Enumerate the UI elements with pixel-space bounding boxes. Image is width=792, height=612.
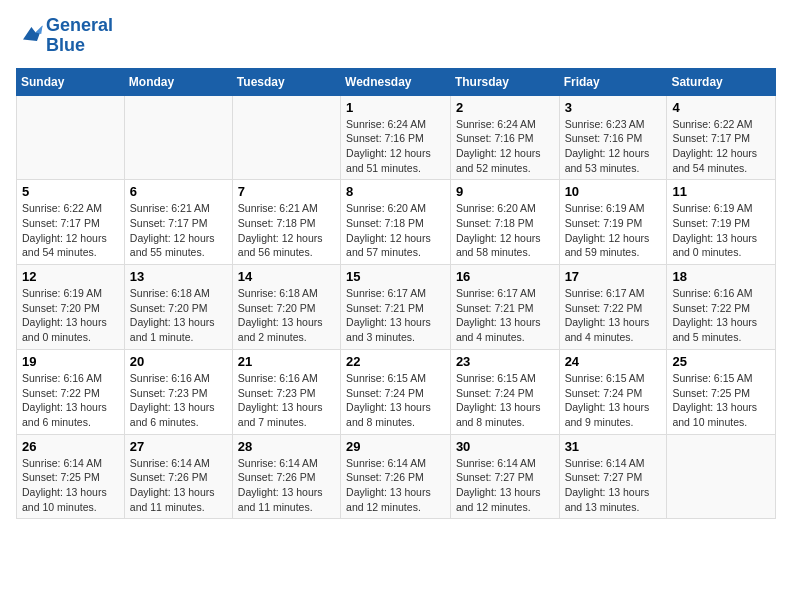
day-number: 5 bbox=[22, 184, 119, 199]
day-number: 11 bbox=[672, 184, 770, 199]
day-number: 7 bbox=[238, 184, 335, 199]
calendar-cell: 15Sunrise: 6:17 AM Sunset: 7:21 PM Dayli… bbox=[341, 265, 451, 350]
calendar-cell: 12Sunrise: 6:19 AM Sunset: 7:20 PM Dayli… bbox=[17, 265, 125, 350]
day-detail: Sunrise: 6:19 AM Sunset: 7:19 PM Dayligh… bbox=[672, 201, 770, 260]
day-number: 1 bbox=[346, 100, 445, 115]
day-number: 22 bbox=[346, 354, 445, 369]
day-number: 14 bbox=[238, 269, 335, 284]
calendar-cell: 13Sunrise: 6:18 AM Sunset: 7:20 PM Dayli… bbox=[124, 265, 232, 350]
day-detail: Sunrise: 6:18 AM Sunset: 7:20 PM Dayligh… bbox=[238, 286, 335, 345]
day-detail: Sunrise: 6:21 AM Sunset: 7:18 PM Dayligh… bbox=[238, 201, 335, 260]
day-number: 13 bbox=[130, 269, 227, 284]
day-number: 25 bbox=[672, 354, 770, 369]
calendar-cell bbox=[232, 95, 340, 180]
calendar-cell: 18Sunrise: 6:16 AM Sunset: 7:22 PM Dayli… bbox=[667, 265, 776, 350]
day-number: 16 bbox=[456, 269, 554, 284]
calendar-cell: 11Sunrise: 6:19 AM Sunset: 7:19 PM Dayli… bbox=[667, 180, 776, 265]
logo-text-line2: Blue bbox=[46, 36, 113, 56]
weekday-header: Thursday bbox=[450, 68, 559, 95]
weekday-header: Friday bbox=[559, 68, 667, 95]
logo: General Blue bbox=[16, 16, 113, 56]
calendar-cell: 5Sunrise: 6:22 AM Sunset: 7:17 PM Daylig… bbox=[17, 180, 125, 265]
weekday-header: Saturday bbox=[667, 68, 776, 95]
calendar-week-row: 26Sunrise: 6:14 AM Sunset: 7:25 PM Dayli… bbox=[17, 434, 776, 519]
calendar-cell: 14Sunrise: 6:18 AM Sunset: 7:20 PM Dayli… bbox=[232, 265, 340, 350]
day-detail: Sunrise: 6:15 AM Sunset: 7:24 PM Dayligh… bbox=[346, 371, 445, 430]
day-number: 18 bbox=[672, 269, 770, 284]
calendar-week-row: 12Sunrise: 6:19 AM Sunset: 7:20 PM Dayli… bbox=[17, 265, 776, 350]
day-number: 3 bbox=[565, 100, 662, 115]
day-detail: Sunrise: 6:14 AM Sunset: 7:26 PM Dayligh… bbox=[346, 456, 445, 515]
day-detail: Sunrise: 6:14 AM Sunset: 7:26 PM Dayligh… bbox=[130, 456, 227, 515]
calendar-cell: 8Sunrise: 6:20 AM Sunset: 7:18 PM Daylig… bbox=[341, 180, 451, 265]
day-number: 9 bbox=[456, 184, 554, 199]
day-number: 24 bbox=[565, 354, 662, 369]
logo-text-line1: General bbox=[46, 16, 113, 36]
day-number: 6 bbox=[130, 184, 227, 199]
calendar-cell: 1Sunrise: 6:24 AM Sunset: 7:16 PM Daylig… bbox=[341, 95, 451, 180]
weekday-header: Monday bbox=[124, 68, 232, 95]
weekday-header: Tuesday bbox=[232, 68, 340, 95]
day-detail: Sunrise: 6:16 AM Sunset: 7:23 PM Dayligh… bbox=[130, 371, 227, 430]
day-detail: Sunrise: 6:15 AM Sunset: 7:24 PM Dayligh… bbox=[456, 371, 554, 430]
day-detail: Sunrise: 6:24 AM Sunset: 7:16 PM Dayligh… bbox=[456, 117, 554, 176]
calendar-cell bbox=[667, 434, 776, 519]
calendar-cell: 10Sunrise: 6:19 AM Sunset: 7:19 PM Dayli… bbox=[559, 180, 667, 265]
calendar-cell: 20Sunrise: 6:16 AM Sunset: 7:23 PM Dayli… bbox=[124, 349, 232, 434]
day-detail: Sunrise: 6:15 AM Sunset: 7:24 PM Dayligh… bbox=[565, 371, 662, 430]
day-detail: Sunrise: 6:17 AM Sunset: 7:21 PM Dayligh… bbox=[346, 286, 445, 345]
day-number: 10 bbox=[565, 184, 662, 199]
day-number: 15 bbox=[346, 269, 445, 284]
logo-icon bbox=[16, 20, 44, 48]
calendar-week-row: 5Sunrise: 6:22 AM Sunset: 7:17 PM Daylig… bbox=[17, 180, 776, 265]
day-detail: Sunrise: 6:19 AM Sunset: 7:19 PM Dayligh… bbox=[565, 201, 662, 260]
calendar-cell: 30Sunrise: 6:14 AM Sunset: 7:27 PM Dayli… bbox=[450, 434, 559, 519]
day-number: 27 bbox=[130, 439, 227, 454]
calendar-cell: 4Sunrise: 6:22 AM Sunset: 7:17 PM Daylig… bbox=[667, 95, 776, 180]
day-detail: Sunrise: 6:24 AM Sunset: 7:16 PM Dayligh… bbox=[346, 117, 445, 176]
day-number: 31 bbox=[565, 439, 662, 454]
day-detail: Sunrise: 6:17 AM Sunset: 7:22 PM Dayligh… bbox=[565, 286, 662, 345]
calendar-week-row: 1Sunrise: 6:24 AM Sunset: 7:16 PM Daylig… bbox=[17, 95, 776, 180]
day-detail: Sunrise: 6:16 AM Sunset: 7:22 PM Dayligh… bbox=[22, 371, 119, 430]
calendar-cell: 19Sunrise: 6:16 AM Sunset: 7:22 PM Dayli… bbox=[17, 349, 125, 434]
calendar-cell: 24Sunrise: 6:15 AM Sunset: 7:24 PM Dayli… bbox=[559, 349, 667, 434]
day-detail: Sunrise: 6:14 AM Sunset: 7:26 PM Dayligh… bbox=[238, 456, 335, 515]
calendar-cell: 22Sunrise: 6:15 AM Sunset: 7:24 PM Dayli… bbox=[341, 349, 451, 434]
day-detail: Sunrise: 6:14 AM Sunset: 7:25 PM Dayligh… bbox=[22, 456, 119, 515]
calendar-cell: 26Sunrise: 6:14 AM Sunset: 7:25 PM Dayli… bbox=[17, 434, 125, 519]
calendar-cell: 7Sunrise: 6:21 AM Sunset: 7:18 PM Daylig… bbox=[232, 180, 340, 265]
day-number: 26 bbox=[22, 439, 119, 454]
calendar-cell: 28Sunrise: 6:14 AM Sunset: 7:26 PM Dayli… bbox=[232, 434, 340, 519]
day-detail: Sunrise: 6:20 AM Sunset: 7:18 PM Dayligh… bbox=[456, 201, 554, 260]
weekday-header: Sunday bbox=[17, 68, 125, 95]
day-detail: Sunrise: 6:18 AM Sunset: 7:20 PM Dayligh… bbox=[130, 286, 227, 345]
day-number: 2 bbox=[456, 100, 554, 115]
day-detail: Sunrise: 6:22 AM Sunset: 7:17 PM Dayligh… bbox=[22, 201, 119, 260]
page-header: General Blue bbox=[16, 16, 776, 56]
calendar-cell: 21Sunrise: 6:16 AM Sunset: 7:23 PM Dayli… bbox=[232, 349, 340, 434]
day-detail: Sunrise: 6:22 AM Sunset: 7:17 PM Dayligh… bbox=[672, 117, 770, 176]
calendar-cell: 29Sunrise: 6:14 AM Sunset: 7:26 PM Dayli… bbox=[341, 434, 451, 519]
day-detail: Sunrise: 6:19 AM Sunset: 7:20 PM Dayligh… bbox=[22, 286, 119, 345]
day-number: 8 bbox=[346, 184, 445, 199]
calendar-header: SundayMondayTuesdayWednesdayThursdayFrid… bbox=[17, 68, 776, 95]
calendar-cell: 16Sunrise: 6:17 AM Sunset: 7:21 PM Dayli… bbox=[450, 265, 559, 350]
calendar-cell: 25Sunrise: 6:15 AM Sunset: 7:25 PM Dayli… bbox=[667, 349, 776, 434]
day-number: 20 bbox=[130, 354, 227, 369]
calendar-cell bbox=[124, 95, 232, 180]
day-number: 19 bbox=[22, 354, 119, 369]
calendar-cell bbox=[17, 95, 125, 180]
calendar-table: SundayMondayTuesdayWednesdayThursdayFrid… bbox=[16, 68, 776, 520]
day-detail: Sunrise: 6:16 AM Sunset: 7:23 PM Dayligh… bbox=[238, 371, 335, 430]
day-number: 4 bbox=[672, 100, 770, 115]
day-detail: Sunrise: 6:23 AM Sunset: 7:16 PM Dayligh… bbox=[565, 117, 662, 176]
day-number: 28 bbox=[238, 439, 335, 454]
day-detail: Sunrise: 6:14 AM Sunset: 7:27 PM Dayligh… bbox=[456, 456, 554, 515]
day-detail: Sunrise: 6:21 AM Sunset: 7:17 PM Dayligh… bbox=[130, 201, 227, 260]
day-number: 30 bbox=[456, 439, 554, 454]
calendar-cell: 23Sunrise: 6:15 AM Sunset: 7:24 PM Dayli… bbox=[450, 349, 559, 434]
day-detail: Sunrise: 6:20 AM Sunset: 7:18 PM Dayligh… bbox=[346, 201, 445, 260]
calendar-cell: 6Sunrise: 6:21 AM Sunset: 7:17 PM Daylig… bbox=[124, 180, 232, 265]
day-detail: Sunrise: 6:16 AM Sunset: 7:22 PM Dayligh… bbox=[672, 286, 770, 345]
